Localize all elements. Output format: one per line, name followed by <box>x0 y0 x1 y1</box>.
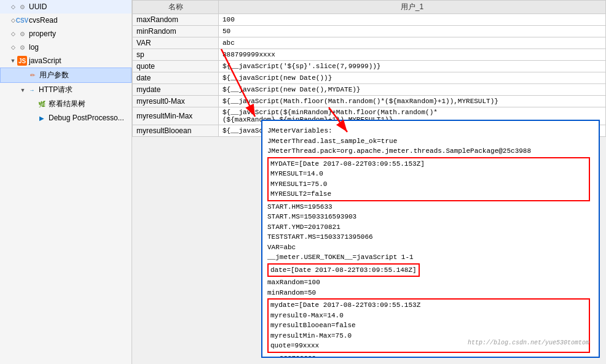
table-cell-name: mydate <box>133 84 219 96</box>
toggle-cvsread[interactable]: ◇ <box>10 17 16 23</box>
table-cell-value: 888799999xxxx <box>219 49 606 61</box>
table-cell-name: myresult0-Max <box>133 96 219 107</box>
toggle-httpreq[interactable]: ▼ <box>20 87 26 93</box>
table-cell-name: myresultMin-Max <box>133 107 219 125</box>
result-line-myresult2: MYRESULT2=false <box>270 189 587 199</box>
table-cell-name: myresultBlooean <box>133 125 219 137</box>
table-cell-value: abc <box>219 37 606 49</box>
table-row: quote${__javaScript('${sp}'.slice(7,9999… <box>133 61 606 72</box>
table-cell-name: minRandom <box>133 26 219 37</box>
sidebar-item-debugpost[interactable]: ▶ Debug PostProcesso... <box>0 111 132 125</box>
toggle-uuid[interactable]: ◇ <box>10 4 16 10</box>
result-line-maxrandom: maxRandom=100 <box>267 277 594 288</box>
result-line-myresult: MYRESULT=14.0 <box>270 169 587 179</box>
table-cell-name: sp <box>133 49 219 61</box>
table-cell-value: ${__javaScript(new Date())} <box>219 72 606 84</box>
sidebar-item-cvsread[interactable]: ◇ CSV cvsRead <box>0 14 132 27</box>
http-icon: → <box>27 85 37 95</box>
gear-icon: ⚙ <box>17 2 27 12</box>
table-cell-name: date <box>133 72 219 84</box>
result-line-myresultblooean: myresultBlooean=false <box>270 320 587 331</box>
result-line-sp: sp=888799999xxxx <box>267 354 594 358</box>
result-line-var: VAR=abc <box>267 242 594 253</box>
toggle-property[interactable]: ◇ <box>10 31 16 37</box>
sidebar-label-userparams: 用户参数 <box>39 70 69 80</box>
result-line-mydate: MYDATE=[Date 2017-08-22T03:09:55.153Z] <box>270 159 587 169</box>
col-header-name: 名称 <box>133 1 219 14</box>
result-line-startms: START.MS=1503316593903 <box>267 212 594 222</box>
result-line-mydate2: mydate=[Date 2017-08-22T03:09:55.153Z <box>270 300 587 311</box>
watermark: http://blog.csdn.net/yue530tomtom <box>468 338 589 347</box>
sidebar-label-javascript: javaScript <box>29 56 61 65</box>
result-line-lastok: JMeterThread.last_sample_ok=true <box>267 136 594 147</box>
toggle-debugpost <box>30 115 36 121</box>
sidebar-item-userparams[interactable]: ✏ 用户参数 <box>0 68 132 83</box>
result-panel[interactable]: JMeterVariables: JMeterThread.last_sampl… <box>261 120 600 358</box>
result-line-jmetervars: JMeterVariables: <box>267 126 594 136</box>
sidebar-label-property: property <box>29 29 56 38</box>
sidebar-item-property[interactable]: ◇ ⚙ property <box>0 27 132 41</box>
sidebar-item-log[interactable]: ◇ ⚙ log <box>0 41 132 54</box>
tree-icon: 🌿 <box>37 99 47 109</box>
table-cell-name: maxRandom <box>133 14 219 26</box>
user-icon: ✏ <box>28 71 37 80</box>
table-row: mydate${__javaScript(new Date(),MYDATE)} <box>133 84 606 96</box>
params-table: 名称 用户_1 maxRandom100minRandom50VARabcsp8… <box>132 0 606 137</box>
sidebar-label-uuid: UUID <box>29 2 47 11</box>
result-line-date: date=[Date 2017-08-22T03:09:55.148Z] <box>270 265 417 276</box>
result-line-usertoken: __jmeter.USER_TOKEN__=javaScript 1-1 <box>267 252 594 263</box>
toggle-userparams <box>20 72 26 79</box>
toggle-log[interactable]: ◇ <box>10 44 16 50</box>
table-row: sp888799999xxxx <box>133 49 606 61</box>
table-cell-value: ${__javaScript('${sp}'.slice(7,99999))} <box>219 61 606 72</box>
debug-icon: ▶ <box>37 113 47 123</box>
col-header-value: 用户_1 <box>219 1 606 14</box>
result-line-startymd: START.YMD=20170821 <box>267 222 594 233</box>
red-box-date: date=[Date 2017-08-22T03:09:55.148Z] <box>267 263 420 277</box>
sidebar-item-uuid[interactable]: ◇ ⚙ UUID <box>0 0 132 14</box>
table-cell-value: ${__javaScript(new Date(),MYDATE)} <box>219 84 606 96</box>
sidebar-item-javascript[interactable]: ▼ JS javaScript <box>0 54 132 68</box>
table-row: minRandom50 <box>133 26 606 37</box>
result-line-myresult1: MYRESULT1=75.0 <box>270 179 587 190</box>
csv-icon: CSV <box>17 15 27 25</box>
table-cell-name: VAR <box>133 37 219 49</box>
toggle-resulttree <box>30 101 36 107</box>
table-row: date${__javaScript(new Date())} <box>133 72 606 84</box>
sidebar-item-httpreq[interactable]: ▼ → HTTP请求 <box>0 83 132 97</box>
table-cell-name: quote <box>133 61 219 72</box>
sidebar-label-debugpost: Debug PostProcesso... <box>49 114 124 122</box>
result-line-teststart: TESTSTART.MS=1503371395066 <box>267 232 594 242</box>
table-row: maxRandom100 <box>133 14 606 26</box>
table-row: myresult0-Max${__javaScript(Math.floor(M… <box>133 96 606 107</box>
table-cell-value: 50 <box>219 26 606 37</box>
result-line-minrandom: minRandom=50 <box>267 288 594 298</box>
prop-icon: ⚙ <box>17 29 27 39</box>
sidebar-label-resulttree: 察看结果树 <box>49 99 85 109</box>
red-box-group1: MYDATE=[Date 2017-08-22T03:09:55.153Z] M… <box>267 157 590 201</box>
main-content: 名称 用户_1 maxRandom100minRandom50VARabcsp8… <box>132 0 606 364</box>
result-line-pack: JMeterThread.pack=org.apache.jmeter.thre… <box>267 146 594 157</box>
sidebar-label-cvsread: cvsRead <box>29 16 58 25</box>
table-cell-value: 100 <box>219 14 606 26</box>
sidebar: ◇ ⚙ UUID ◇ CSV cvsRead ◇ ⚙ property ◇ ⚙ … <box>0 0 132 364</box>
table-row: VARabc <box>133 37 606 49</box>
js-icon: JS <box>17 56 27 66</box>
sidebar-item-resulttree[interactable]: 🌿 察看结果树 <box>0 97 132 111</box>
table-cell-value: ${__javaScript(Math.floor(Math.random()*… <box>219 96 606 107</box>
sidebar-label-log: log <box>29 43 39 52</box>
log-icon: ⚙ <box>17 42 27 52</box>
result-line-starthms: START.HMS=195633 <box>267 202 594 212</box>
sidebar-label-httpreq: HTTP请求 <box>39 85 73 95</box>
toggle-javascript[interactable]: ▼ <box>10 58 16 64</box>
result-line-myresult0max: myresult0-Max=14.0 <box>270 311 587 321</box>
